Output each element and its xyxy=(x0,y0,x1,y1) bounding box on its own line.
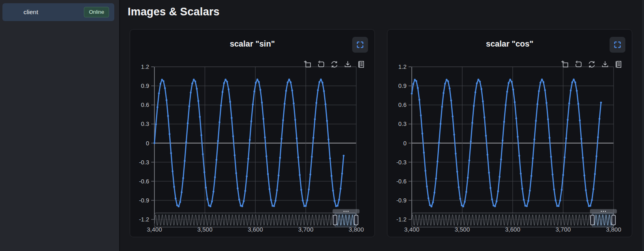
y-tick-label: 0.9 xyxy=(398,83,407,89)
box-zoom-icon[interactable] xyxy=(304,60,312,68)
data-view-icon[interactable] xyxy=(357,60,365,68)
client-label: client xyxy=(24,9,38,16)
fullscreen-button[interactable] xyxy=(352,37,368,53)
zoom-reset-icon[interactable] xyxy=(317,60,325,68)
status-badge: Online xyxy=(84,7,109,17)
y-tick-label: 1.2 xyxy=(141,64,149,70)
save-image-icon[interactable] xyxy=(601,60,609,68)
page-title: Images & Scalars xyxy=(128,6,644,18)
chart-toolbox xyxy=(561,60,623,68)
y-tick-label: -0.9 xyxy=(396,197,407,204)
data-view-icon[interactable] xyxy=(614,60,623,68)
box-zoom-icon[interactable] xyxy=(561,60,569,68)
panels-row: 1.20.90.60.30-0.3-0.6-0.9-1.23,4003,5003… xyxy=(130,29,644,237)
restore-icon[interactable] xyxy=(588,60,596,68)
y-tick-label: -0.3 xyxy=(396,159,407,166)
y-tick-label: -0.9 xyxy=(139,197,149,204)
y-tick-label: 0.6 xyxy=(141,102,149,108)
main-content: Images & Scalars 1.20.90.60.30-0.3-0.6-0… xyxy=(121,0,644,251)
y-tick-label: 0.9 xyxy=(141,83,149,89)
chart-title: scalar "sin" xyxy=(130,39,374,49)
restore-icon[interactable] xyxy=(330,60,338,68)
y-tick-label: 0.6 xyxy=(398,102,407,108)
y-tick-label: -0.6 xyxy=(396,178,407,185)
app-root: { "sidebar": { "client_label": "client",… xyxy=(0,0,644,251)
y-tick-label: -1.2 xyxy=(396,216,407,223)
sidebar-item-client[interactable]: client Online xyxy=(2,3,114,21)
y-tick-label: 1.2 xyxy=(398,64,407,70)
y-tick-label: 0.3 xyxy=(141,121,149,127)
scrollbar-track[interactable] xyxy=(642,0,644,251)
plot-area[interactable] xyxy=(412,67,614,219)
y-tick-label: -1.2 xyxy=(139,216,149,223)
zoom-reset-icon[interactable] xyxy=(574,60,582,68)
save-image-icon[interactable] xyxy=(344,60,352,68)
chart-title: scalar "cos" xyxy=(387,39,632,49)
fullscreen-icon xyxy=(614,41,621,48)
y-tick-label: 0 xyxy=(146,140,149,147)
chart-toolbox xyxy=(304,60,365,68)
sidebar: client Online xyxy=(0,0,120,251)
y-tick-label: 0 xyxy=(403,140,407,147)
fullscreen-button[interactable] xyxy=(610,37,625,53)
chart-panel-cos: 1.20.90.60.30-0.3-0.6-0.9-1.23,4003,5003… xyxy=(387,29,632,237)
fullscreen-icon xyxy=(357,41,364,48)
y-tick-label: -0.3 xyxy=(139,159,149,166)
plot-area[interactable] xyxy=(154,67,356,219)
y-tick-label: 0.3 xyxy=(398,121,407,127)
y-tick-label: -0.6 xyxy=(139,178,149,185)
chart-panel-sin: 1.20.90.60.30-0.3-0.6-0.9-1.23,4003,5003… xyxy=(130,29,375,237)
